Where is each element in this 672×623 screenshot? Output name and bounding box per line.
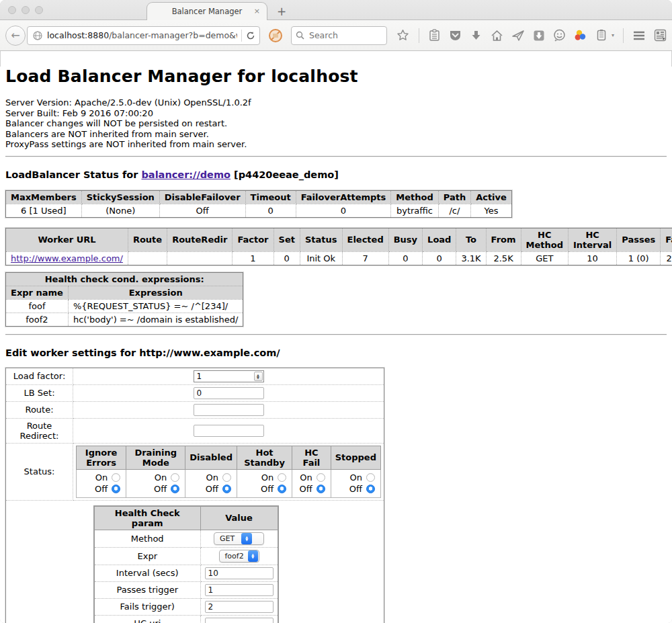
downloads-icon[interactable] [470,29,483,42]
worker-header-row: Worker URL Route RouteRedir Factor Set S… [6,228,672,251]
disabled-off-radio[interactable] [222,485,231,493]
home-icon[interactable] [491,29,504,42]
menu-hamburger-icon[interactable] [632,29,646,42]
draining-mode-on-radio[interactable] [171,473,179,482]
save-box-icon[interactable] [532,29,546,42]
hc-param-table: Health Check param Value Method GET ▲▼ [93,505,279,623]
close-window-button[interactable] [8,6,16,14]
ignore-errors-off-radio[interactable] [112,485,120,493]
edit-worker-heading: Edit worker settings for http://www.exam… [5,347,667,358]
balancer-demo-link[interactable]: balancer://demo [141,169,230,180]
lb-set-label: LB Set: [6,384,73,401]
hot-standby-off-radio[interactable] [278,485,286,493]
interval-label: Interval (secs) [94,565,200,581]
lb-set-input[interactable] [194,387,264,399]
select-stepper-icon: ▲▼ [248,550,258,562]
page-content: Load Balancer Manager for localhost Serv… [0,67,672,623]
reload-button[interactable] [246,31,257,40]
col-expression: Expression [68,286,243,299]
passes-trigger-label: Passes trigger [94,581,200,598]
route-input[interactable] [194,404,264,416]
select-stepper-icon: ▲▼ [241,533,252,544]
hc-uri-input[interactable] [205,618,274,623]
col-value: Value [200,506,278,530]
col-stopped: Stopped [331,446,380,469]
col-hot-standby: Hot Standby [237,446,292,469]
route-redirect-input[interactable] [194,425,264,437]
lb-set-row: LB Set: [6,384,384,401]
load-factor-input[interactable]: 1 ▲▼ [194,370,264,382]
tab-bar: Balancer Manager × + [0,0,672,20]
hot-standby-on-radio[interactable] [278,473,286,482]
col-disabled: Disabled [185,446,237,469]
col-ignore-errors: Ignore Errors [77,446,126,469]
inherit-note-line: Balancers are NOT inherited from main se… [5,129,667,140]
disabled-on-radio[interactable] [222,473,231,482]
ignore-errors-on-radio[interactable] [112,473,120,482]
minimize-window-button[interactable] [22,6,30,14]
pocket-icon[interactable] [449,29,462,42]
bookmark-star-icon[interactable] [396,29,410,42]
hc-expr-table: Health check cond. expressions: Expr nam… [5,272,243,327]
clipboard-list-icon[interactable] [428,29,442,42]
worker-url-link[interactable]: http://www.example.com/ [11,253,123,263]
col-failoverattempts: FailoverAttempts [296,190,391,204]
method-select[interactable]: GET ▲▼ [214,532,264,545]
number-spinner[interactable]: ▲▼ [254,372,263,381]
grid-extension-icon[interactable] [653,29,667,42]
tab-balancer-manager[interactable]: Balancer Manager × [146,2,267,20]
hc-fail-off-radio[interactable] [317,485,325,493]
col-method: Method [391,190,438,204]
hc-expr-row: foof %{REQUEST_STATUS} =~ /^[234]/ [6,299,243,313]
stopped-off-radio[interactable] [366,485,375,493]
color-dots-icon[interactable] [574,29,587,42]
browser-window: Balancer Manager × + ← localhost:8880/ba… [0,0,672,623]
url-bar[interactable]: localhost:8880/balancer-manager?b=demo&w… [27,26,260,45]
lb-status-heading-prefix: LoadBalancer Status for [5,169,141,180]
col-hc-param: Health Check param [94,506,200,530]
proxypass-note-line: ProxyPass settings are NOT inherited fro… [5,139,667,150]
lb-status-data-row: 6 [1 Used] (None) Off 0 0 bytraffic /c/ … [6,204,512,217]
interval-input[interactable] [205,567,274,579]
search-box[interactable] [291,26,387,45]
navigation-toolbar: ← localhost:8880/balancer-manager?b=demo… [0,20,672,51]
panel-extension-icon[interactable] [595,29,608,42]
url-text: localhost:8880/balancer-manager?b=demo&w… [47,30,237,40]
content-blocked-icon[interactable] [268,28,283,43]
col-path: Path [438,190,470,204]
worker-data-row: http://www.example.com/ 1 0 Init Ok 7 0 … [6,251,672,265]
new-tab-button[interactable]: + [277,6,286,17]
hc-expr-row: foof2 hc('body') =~ /domain is establish… [6,313,243,326]
divider [5,156,667,157]
status-table: Ignore Errors Draining Mode Disabled Hot… [76,446,381,498]
tab-close-icon[interactable]: × [254,7,260,15]
zoom-window-button[interactable] [35,6,43,14]
hc-expr-title: Health check cond. expressions: [6,272,243,286]
back-button[interactable]: ← [5,26,26,46]
search-input[interactable] [308,30,375,41]
page-title: Load Balancer Manager for localhost [5,67,667,86]
passes-trigger-input[interactable] [205,584,274,596]
traffic-lights [8,6,43,14]
dropdown-caret-icon[interactable]: ▾ [612,32,614,38]
worker-table: Worker URL Route RouteRedir Factor Set S… [5,228,672,265]
fails-trigger-input[interactable] [205,601,274,613]
send-plane-icon[interactable] [511,29,525,42]
route-row: Route: [6,401,384,418]
hc-fail-on-radio[interactable] [317,473,325,482]
lb-status-heading: LoadBalancer Status for balancer://demo … [5,169,667,180]
route-redirect-row: Route Redirect: [6,418,384,443]
lb-status-header-row: MaxMembers StickySession DisableFailover… [6,190,512,204]
expr-select[interactable]: foof2 ▲▼ [219,550,259,563]
search-icon [296,31,304,40]
hc-param-row: Health Check param Value Method GET ▲▼ [6,500,384,623]
server-version-line: Server Version: Apache/2.5.0-dev (Unix) … [5,97,667,108]
url-host: localhost:8880 [47,30,109,40]
globe-icon [33,31,42,40]
col-stickysession: StickySession [81,190,159,204]
draining-mode-off-radio[interactable] [171,485,179,493]
feedback-smiley-icon[interactable] [553,29,566,42]
stopped-on-radio[interactable] [366,473,375,482]
toolbar-separator [623,28,624,43]
col-expr-name: Expr name [6,286,69,299]
